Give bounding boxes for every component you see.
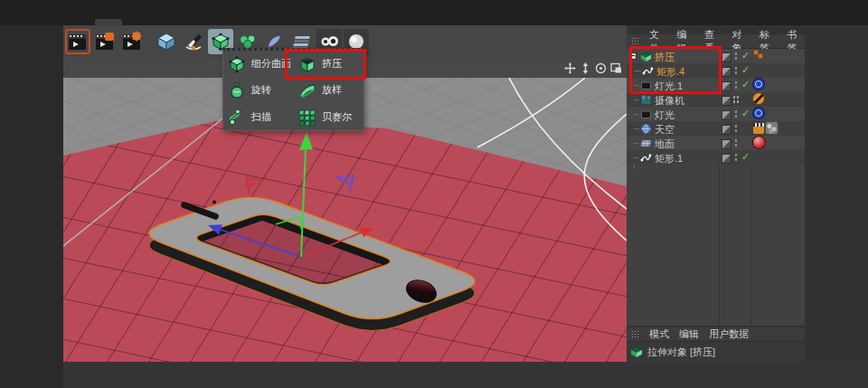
layer-chip[interactable] xyxy=(722,139,731,149)
bottom-margin xyxy=(63,362,868,388)
enabled-check[interactable]: ✓ xyxy=(741,108,750,119)
render-view-icon[interactable] xyxy=(65,29,90,54)
layer-chip[interactable] xyxy=(722,52,731,62)
visibility-dots[interactable] xyxy=(734,124,738,133)
object-row-light1[interactable]: 灯光.1 ✓ xyxy=(627,78,805,92)
visibility-dots[interactable] xyxy=(734,153,738,162)
layer-chip[interactable] xyxy=(722,110,731,120)
left-margin xyxy=(0,0,63,388)
layer-chip[interactable] xyxy=(722,154,731,164)
layer-chip[interactable] xyxy=(722,67,731,77)
object-name[interactable]: 矩形.1 xyxy=(655,152,683,166)
enabled-check[interactable]: ✓ xyxy=(741,151,750,163)
object-name[interactable]: 灯光.1 xyxy=(655,80,683,93)
attribute-manager-panel: 模式 编辑 用户数据 拉伸对象 [挤压] xyxy=(627,327,805,362)
menu-item-bezier[interactable]: 贝赛尔 xyxy=(294,104,364,130)
app-window: 细分曲面 旋转 扫描 挤压 放样 贝赛尔 文件 编辑 查看 对象 xyxy=(0,0,868,388)
bezier-icon xyxy=(297,107,317,127)
top-margin xyxy=(0,0,868,25)
object-row-camera[interactable]: 摄像机 xyxy=(627,92,805,107)
compositing-tag-icon[interactable] xyxy=(753,123,764,134)
menu-item-label: 放样 xyxy=(322,83,342,97)
layer-chip[interactable] xyxy=(722,81,731,91)
subdivision-surface-icon xyxy=(227,54,247,74)
zoom-icon[interactable] xyxy=(579,62,592,75)
material-tag-icon[interactable] xyxy=(753,137,765,148)
attribute-object-row[interactable]: 拉伸对象 [挤压] xyxy=(627,342,805,362)
menu-item-subdivision-surface[interactable]: 细分曲面 xyxy=(223,51,294,77)
sweep-icon xyxy=(227,107,247,127)
phone-camera-dot xyxy=(212,201,216,204)
object-row-light[interactable]: 灯光 ✓ xyxy=(627,107,805,121)
panel-grip-icon[interactable] xyxy=(631,37,639,45)
menu-item-lathe[interactable]: 旋转 xyxy=(223,77,294,103)
object-name[interactable]: 灯光 xyxy=(655,109,675,122)
visibility-dots[interactable] xyxy=(734,109,738,118)
menu-item-label: 细分曲面 xyxy=(251,57,291,71)
menu-item-extrude[interactable]: 挤压 xyxy=(294,51,364,77)
enabled-check[interactable]: ✓ xyxy=(741,64,750,76)
menu-item-label: 挤压 xyxy=(322,57,342,71)
object-name[interactable]: 摄像机 xyxy=(655,94,684,108)
generator-dropdown-menu: 细分曲面 旋转 扫描 挤压 放样 贝赛尔 xyxy=(222,48,364,131)
sky-object-icon xyxy=(639,122,652,135)
extrude-icon xyxy=(297,54,317,74)
object-row-rectangle1[interactable]: 矩形.1 ✓ xyxy=(627,150,805,165)
object-name[interactable]: 地面 xyxy=(655,137,675,151)
attribute-manager-menubar: 模式 编辑 用户数据 xyxy=(627,327,805,342)
object-manager-menubar: 文件 编辑 查看 对象 标签 书签 xyxy=(627,34,805,49)
collapse-toggle[interactable] xyxy=(629,52,637,60)
layer-chip[interactable] xyxy=(722,125,731,135)
target-tag-icon[interactable] xyxy=(753,79,764,90)
object-name[interactable]: 矩形.4 xyxy=(656,65,684,79)
light-object-icon xyxy=(639,79,652,91)
visibility-dots[interactable] xyxy=(734,138,738,147)
am-menu-edit[interactable]: 编辑 xyxy=(679,327,699,341)
lathe-icon xyxy=(227,80,247,100)
rotate-icon[interactable] xyxy=(594,62,608,75)
floor-object-icon xyxy=(639,137,652,149)
render-picture-viewer-icon[interactable] xyxy=(92,29,118,54)
am-menu-mode[interactable]: 模式 xyxy=(649,327,669,341)
object-tree: 挤压 ✓ 矩形.4 ✓ 灯光.1 ✓ xyxy=(627,49,805,326)
object-row-sky[interactable]: 天空 xyxy=(627,121,805,136)
visibility-dots[interactable] xyxy=(732,95,740,104)
object-row-extrude[interactable]: 挤压 ✓ xyxy=(627,49,805,63)
spline-object-icon xyxy=(641,64,654,77)
spline-object-icon xyxy=(639,151,652,164)
object-row-floor[interactable]: 地面 xyxy=(627,136,805,150)
am-menu-userdata[interactable]: 用户数据 xyxy=(709,327,749,341)
enabled-check[interactable]: ✓ xyxy=(741,50,750,62)
menu-item-label: 扫描 xyxy=(251,110,271,124)
enabled-check[interactable]: ✓ xyxy=(741,79,750,90)
visibility-dots[interactable] xyxy=(734,52,738,61)
loft-icon xyxy=(297,80,317,100)
attribute-object-label: 拉伸对象 [挤压] xyxy=(647,345,715,359)
protection-tag-icon[interactable] xyxy=(753,93,764,104)
extrude-object-icon xyxy=(630,345,643,358)
panel-grip-icon[interactable] xyxy=(631,330,639,338)
menu-item-label: 贝赛尔 xyxy=(322,110,352,124)
object-manager-panel: 文件 编辑 查看 对象 标签 书签 挤压 ✓ xyxy=(627,34,805,326)
object-row-rectangle4[interactable]: 矩形.4 ✓ xyxy=(627,63,805,78)
target-tag-icon[interactable] xyxy=(753,108,764,118)
pan-icon[interactable] xyxy=(563,62,577,75)
primitive-cube-icon[interactable] xyxy=(154,29,179,54)
menu-item-loft[interactable]: 放样 xyxy=(294,77,364,103)
object-name[interactable]: 挤压 xyxy=(655,51,675,64)
maximize-icon[interactable] xyxy=(609,62,623,75)
object-name[interactable]: 天空 xyxy=(655,123,675,137)
menu-item-label: 旋转 xyxy=(251,83,271,97)
phong-tag-icon[interactable] xyxy=(758,53,763,59)
spline-pen-icon[interactable] xyxy=(181,29,206,54)
camera-object-icon xyxy=(639,93,652,106)
texture-tag-icon[interactable] xyxy=(766,122,778,134)
menu-item-sweep[interactable]: 扫描 xyxy=(223,104,294,130)
visibility-dots[interactable] xyxy=(734,80,738,90)
visibility-dots[interactable] xyxy=(734,66,738,75)
light-object-icon xyxy=(639,108,652,120)
render-settings-icon[interactable] xyxy=(119,29,145,54)
window-tab xyxy=(95,19,122,25)
right-margin xyxy=(805,25,868,362)
layer-chip[interactable] xyxy=(722,96,731,106)
